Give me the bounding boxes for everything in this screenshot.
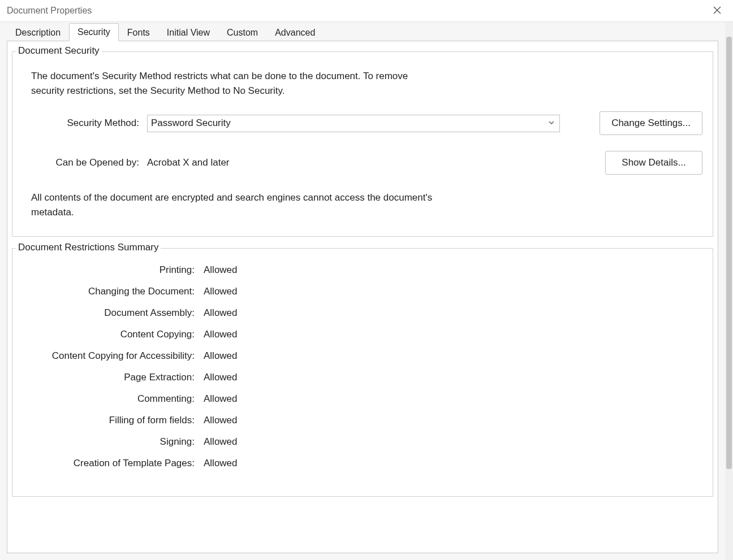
tab-fonts[interactable]: Fonts [119,24,158,41]
restriction-value: Allowed [204,350,238,362]
document-security-legend: Document Security [16,45,102,57]
scrollbar-thumb[interactable] [726,37,732,469]
restriction-label: Filling of form fields: [23,415,204,426]
chevron-down-icon [548,118,555,129]
titlebar: Document Properties [0,0,733,22]
restriction-row: Creation of Template Pages:Allowed [23,458,702,469]
close-icon [713,6,721,16]
restriction-value: Allowed [204,372,238,383]
restriction-row: Printing:Allowed [23,264,702,276]
restriction-value: Allowed [204,393,238,405]
document-security-group: Document Security The document's Securit… [12,51,713,237]
security-method-label: Security Method: [23,118,147,129]
tab-advanced[interactable]: Advanced [266,24,324,41]
document-properties-window: Document Properties Description Security… [0,0,733,560]
restriction-label: Page Extraction: [23,372,204,383]
restriction-value: Allowed [204,307,238,319]
tab-custom[interactable]: Custom [218,24,266,41]
restriction-value: Allowed [204,458,238,469]
restriction-value: Allowed [204,329,238,340]
close-button[interactable] [706,2,728,20]
restriction-label: Commenting: [23,393,204,405]
restriction-row: Changing the Document:Allowed [23,286,702,297]
restriction-row: Content Copying for Accessibility:Allowe… [23,350,702,362]
restriction-value: Allowed [204,436,238,448]
restriction-row: Page Extraction:Allowed [23,372,702,383]
restriction-label: Signing: [23,436,204,448]
restriction-row: Signing:Allowed [23,436,702,448]
restriction-value: Allowed [204,415,238,426]
tab-description[interactable]: Description [7,24,69,41]
tab-security[interactable]: Security [69,23,119,41]
inner-panel: Description Security Fonts Initial View … [0,22,725,560]
restriction-label: Creation of Template Pages: [23,458,204,469]
restriction-row: Filling of form fields:Allowed [23,415,702,426]
security-method-value-col: Password Security [147,115,594,132]
security-method-row: Security Method: Password Security Chang… [23,111,702,135]
opened-by-value: Acrobat X and later [147,157,594,168]
document-restrictions-group: Document Restrictions Summary Printing:A… [12,248,713,497]
change-settings-button[interactable]: Change Settings... [600,111,702,135]
restriction-label: Content Copying: [23,329,204,340]
restriction-value: Allowed [204,264,238,276]
restriction-label: Changing the Document: [23,286,204,297]
document-restrictions-legend: Document Restrictions Summary [16,242,161,253]
content-area: Description Security Fonts Initial View … [0,22,733,560]
restriction-row: Document Assembly:Allowed [23,307,702,319]
window-title: Document Properties [7,6,706,16]
opened-by-row: Can be Opened by: Acrobat X and later Sh… [23,151,702,175]
restriction-value: Allowed [204,286,238,297]
restriction-label: Content Copying for Accessibility: [23,350,204,362]
security-description-text: The document's Security Method restricts… [31,69,427,98]
security-method-select[interactable]: Password Security [147,115,560,132]
security-method-selected-value: Password Security [151,118,231,129]
restriction-label: Document Assembly: [23,307,204,319]
tab-content-security: Document Security The document's Securit… [7,41,718,553]
tabs-row: Description Security Fonts Initial View … [7,22,718,41]
tab-initial-view[interactable]: Initial View [158,24,218,41]
show-details-button[interactable]: Show Details... [605,151,702,175]
vertical-scrollbar[interactable] [725,22,733,560]
opened-by-label: Can be Opened by: [23,157,147,168]
restriction-row: Content Copying:Allowed [23,329,702,340]
encryption-note: All contents of the document are encrypt… [31,190,444,219]
restriction-row: Commenting:Allowed [23,393,702,405]
restriction-label: Printing: [23,264,204,276]
